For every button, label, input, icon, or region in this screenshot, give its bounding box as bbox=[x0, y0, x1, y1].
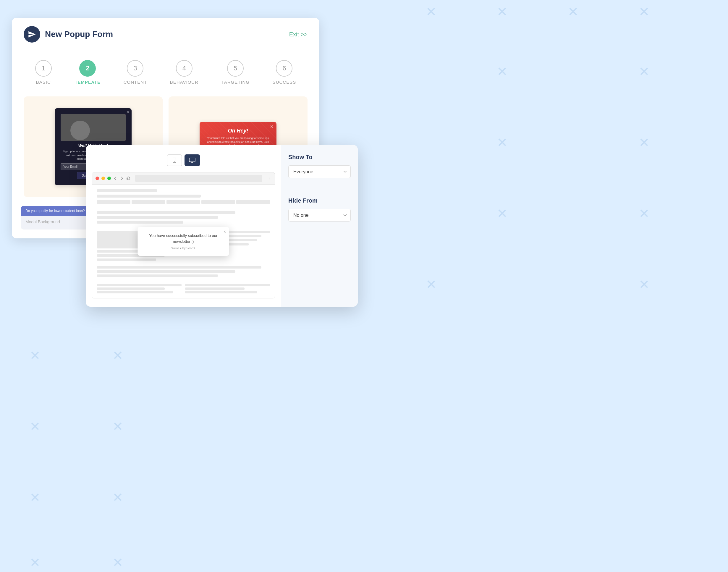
bg-x-8: ✕ bbox=[639, 136, 650, 149]
skeleton-cell bbox=[201, 200, 235, 204]
template1-image bbox=[61, 114, 126, 141]
hide-from-select[interactable]: No one Everyone New visitors Returning v… bbox=[288, 209, 351, 221]
browser-back-icon[interactable] bbox=[113, 176, 118, 181]
step-label-basic: BASIC bbox=[36, 80, 51, 85]
template2-title: Oh Hey! bbox=[206, 128, 271, 134]
skeleton-line bbox=[97, 221, 183, 224]
skeleton-line bbox=[185, 291, 257, 293]
bg-x-5: ✕ bbox=[497, 65, 508, 78]
bg-x-1: ✕ bbox=[426, 5, 437, 18]
browser-bar: ⋮ bbox=[92, 172, 275, 185]
step-circle-2: 2 bbox=[79, 60, 96, 77]
browser-dot-yellow bbox=[101, 176, 105, 180]
skeleton-line bbox=[97, 275, 218, 277]
page-skeleton: × You have successfully subscribed to ou… bbox=[92, 185, 275, 298]
template2-close: ✕ bbox=[270, 124, 274, 129]
bg-x-3: ✕ bbox=[568, 5, 579, 18]
bg-x-12: ✕ bbox=[639, 278, 650, 291]
right-panel: Show To Everyone New visitors Returning … bbox=[281, 145, 358, 307]
skeleton-line bbox=[185, 287, 244, 290]
success-brand: We're ♥ by SendX bbox=[145, 247, 222, 250]
skeleton-line bbox=[97, 266, 262, 269]
bg-x-10: ✕ bbox=[639, 207, 650, 220]
bg-x-20: ✕ bbox=[113, 556, 123, 569]
step-targeting[interactable]: 5 TARGETING bbox=[221, 60, 249, 85]
show-to-title: Show To bbox=[288, 154, 351, 161]
step-circle-5: 5 bbox=[227, 60, 244, 77]
skeleton-line bbox=[97, 287, 165, 290]
template1-close: ✕ bbox=[126, 110, 129, 114]
step-success[interactable]: 6 SUCCESS bbox=[273, 60, 296, 85]
step-label-success: SUCCESS bbox=[273, 80, 296, 85]
skeleton-line bbox=[97, 211, 235, 214]
view-toggle bbox=[92, 151, 275, 170]
browser-preview-card: ⋮ bbox=[86, 145, 358, 307]
bg-x-9: ✕ bbox=[497, 207, 508, 220]
skeleton-row bbox=[97, 200, 270, 204]
header-icon bbox=[24, 26, 40, 43]
step-circle-1: 1 bbox=[35, 60, 52, 77]
bg-x-15: ✕ bbox=[29, 420, 41, 433]
browser-address-bar[interactable] bbox=[135, 175, 262, 182]
skeleton-line bbox=[97, 284, 181, 286]
skeleton-cell bbox=[166, 200, 200, 204]
svg-rect-2 bbox=[189, 158, 195, 162]
skeleton-cell bbox=[97, 200, 130, 204]
bg-x-16: ✕ bbox=[113, 420, 123, 433]
bg-x-13: ✕ bbox=[29, 349, 41, 362]
bg-x-14: ✕ bbox=[113, 349, 123, 362]
browser-preview-left: ⋮ bbox=[86, 145, 281, 307]
skeleton-line bbox=[97, 270, 235, 273]
browser-dot-red bbox=[95, 176, 99, 180]
mobile-icon bbox=[171, 157, 177, 163]
steps-bar: 1 BASIC 2 TEMPLATE 3 CONTENT 4 BEHAVIOUR… bbox=[12, 51, 319, 90]
step-label-behaviour: BEHAVIOUR bbox=[170, 80, 199, 85]
skeleton-line bbox=[97, 259, 156, 261]
browser-mockup: ⋮ bbox=[92, 172, 275, 298]
card-header: New Popup Form Exit >> bbox=[12, 18, 319, 51]
skeleton-line bbox=[97, 189, 157, 192]
skeleton-bottom-col bbox=[97, 284, 181, 293]
browser-dot-green bbox=[107, 176, 111, 180]
browser-forward-icon[interactable] bbox=[120, 176, 124, 181]
skeleton-bottom-col-2 bbox=[185, 284, 270, 293]
success-close-btn[interactable]: × bbox=[224, 229, 226, 234]
skeleton-line bbox=[97, 216, 218, 219]
browser-menu-icon[interactable]: ⋮ bbox=[267, 176, 271, 181]
desktop-icon bbox=[189, 158, 196, 163]
step-behaviour[interactable]: 4 BEHAVIOUR bbox=[170, 60, 199, 85]
success-message: You have successfully subscribed to our … bbox=[145, 233, 222, 244]
paper-plane-icon bbox=[28, 30, 36, 39]
header-left: New Popup Form bbox=[24, 26, 113, 43]
bg-x-17: ✕ bbox=[29, 491, 41, 504]
hide-from-title: Hide From bbox=[288, 197, 351, 204]
step-template[interactable]: 2 TEMPLATE bbox=[75, 60, 100, 85]
skeleton-line bbox=[97, 291, 173, 293]
skeleton-cell bbox=[236, 200, 270, 204]
success-popup: × You have successfully subscribed to ou… bbox=[138, 227, 229, 256]
step-basic[interactable]: 1 BASIC bbox=[35, 60, 52, 85]
bg-x-18: ✕ bbox=[113, 491, 123, 504]
page-title: New Popup Form bbox=[45, 29, 113, 39]
step-label-targeting: TARGETING bbox=[221, 80, 249, 85]
skeleton-line bbox=[97, 195, 201, 198]
step-circle-4: 4 bbox=[176, 60, 193, 77]
show-to-section: Show To Everyone New visitors Returning … bbox=[288, 154, 351, 185]
step-label-template: TEMPLATE bbox=[75, 80, 100, 85]
browser-reload-icon[interactable] bbox=[126, 176, 130, 181]
show-to-select[interactable]: Everyone New visitors Returning visitors… bbox=[288, 165, 351, 178]
hide-from-section: Hide From No one Everyone New visitors R… bbox=[288, 197, 351, 229]
step-content[interactable]: 3 CONTENT bbox=[124, 60, 147, 85]
exit-link[interactable]: Exit >> bbox=[289, 31, 307, 38]
mobile-view-btn[interactable] bbox=[167, 154, 182, 166]
skeleton-bottom-row bbox=[97, 284, 270, 293]
step-label-content: CONTENT bbox=[124, 80, 147, 85]
bg-x-6: ✕ bbox=[639, 65, 650, 78]
step-circle-6: 6 bbox=[276, 60, 292, 77]
bg-x-7: ✕ bbox=[497, 136, 508, 149]
bg-x-4: ✕ bbox=[639, 5, 650, 18]
bg-x-11: ✕ bbox=[426, 278, 437, 291]
bg-x-19: ✕ bbox=[29, 556, 41, 569]
desktop-view-btn[interactable] bbox=[185, 154, 200, 166]
skeleton-line bbox=[185, 284, 270, 286]
